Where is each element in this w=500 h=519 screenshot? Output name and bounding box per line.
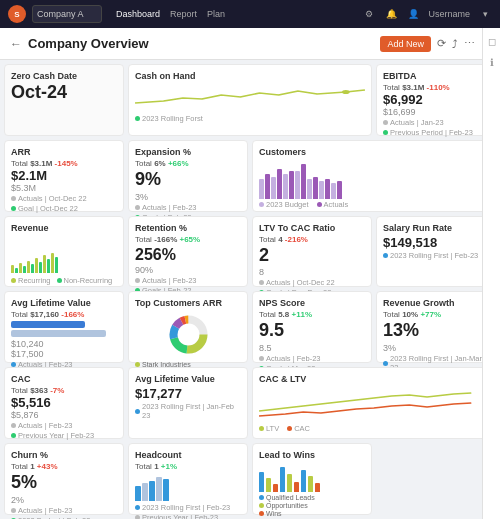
top-customers-card: Top Customers ARR Stark Industries [128, 291, 248, 363]
retention-card: Retention % Total -166% +65% 256% 90% Ac… [128, 216, 248, 288]
ltv-cac-value: 2 [259, 246, 365, 266]
grid-area: Zero Cash Date Oct-24 Cash on Hand 2023 … [0, 60, 500, 519]
churn-value: 5% [11, 473, 117, 493]
headcount-card: Headcount Total 1 +1% 2023 Rolling First… [128, 443, 248, 515]
cash-title: Cash on Hand [135, 71, 365, 81]
user-icon[interactable]: 👤 [406, 7, 420, 21]
retention-sub: 90% [135, 265, 241, 275]
avg-lv-value: $17,277 [135, 386, 241, 401]
ebitda-card: EBITDA Total $3.1M -110% $6,992 $16,699 … [376, 64, 496, 136]
avg-lt-title: Avg Lifetime Value [11, 298, 117, 308]
nps-value: 9.5 [259, 321, 365, 341]
ebitda-total-label: Total $3.1M -110% [383, 83, 489, 92]
cash-spark-chart [135, 83, 365, 111]
page-title: Company Overview [28, 36, 380, 51]
header-actions: Add New ⟳ ⤴ ⋯ ⤢ [380, 36, 490, 52]
expansion-value: 9% [135, 170, 241, 190]
cac-ltv-title: CAC & LTV [259, 374, 489, 384]
right-sidebar: ◻ ℹ [482, 28, 500, 519]
revenue-card: Revenue Recurring Non [4, 216, 124, 288]
nps-title: NPS Score [259, 298, 365, 308]
lead-wins-card: Lead to Wins Qualified Leads Opportuniti… [252, 443, 372, 515]
back-button[interactable]: ← [10, 37, 22, 51]
cac-title: CAC [11, 374, 117, 384]
expansion-card: Expansion % Total 6% +66% 9% 3% Actuals … [128, 140, 248, 212]
nav-dashboard[interactable]: Dashboard [116, 9, 160, 19]
revenue-legend: Recurring Non-Recurring [11, 275, 117, 285]
top-navigation: S Dashboard Report Plan ⚙ 🔔 👤 Username ▾ [0, 0, 500, 28]
username-label: Username [428, 9, 470, 19]
refresh-icon[interactable]: ⟳ [437, 37, 446, 50]
chevron-down-icon[interactable]: ▾ [478, 7, 492, 21]
main-content: Zero Cash Date Oct-24 Cash on Hand 2023 … [0, 60, 500, 519]
top-customers-title: Top Customers ARR [135, 298, 241, 308]
arr-sub: $5.3M [11, 183, 117, 193]
avg-lt-chart [11, 321, 117, 337]
churn-card: Churn % Total 1 +43% 5% 2% Actuals | Feb… [4, 443, 124, 515]
churn-title: Churn % [11, 450, 117, 460]
nps-card: NPS Score Total 5.8 +11% 9.5 8.5 Actuals… [252, 291, 372, 363]
arr-card: ARR Total $3.1M -145% $2.1M $5.3M Actual… [4, 140, 124, 212]
avg-lv-card: Avg Lifetime Value $17,277 2023 Rolling … [128, 367, 248, 439]
avg-lv-title: Avg Lifetime Value [135, 374, 241, 384]
cac-ltv-card: CAC & LTV LTV CAC [252, 367, 496, 439]
ebitda-sub: $16,699 [383, 107, 489, 117]
cac-ltv-legend: LTV CAC [259, 423, 489, 433]
lead-wins-legend: Qualified Leads Opportunities Wins [259, 494, 365, 517]
add-new-button[interactable]: Add New [380, 36, 431, 52]
settings-icon[interactable]: ⚙ [362, 7, 376, 21]
ltv-cac-total: Total 4 -216% [259, 235, 365, 244]
nav-links: Dashboard Report Plan [116, 9, 225, 19]
ebitda-title: EBITDA [383, 71, 489, 81]
revenue-title: Revenue [11, 223, 117, 233]
arr-value: $2.1M [11, 168, 117, 183]
company-selector[interactable] [32, 5, 102, 23]
ltv-cac-card: LTV To CAC Ratio Total 4 -216% 2 8 Actua… [252, 216, 372, 288]
lead-wins-title: Lead to Wins [259, 450, 365, 460]
avg-lifetime-card: Avg Lifetime Value Total $17,160 -166% $… [4, 291, 124, 363]
ebitda-value: $6,992 [383, 92, 489, 107]
arr-meta1: Actuals | Oct-Dec 22 [11, 194, 117, 203]
expansion-title: Expansion % [135, 147, 241, 157]
dashboard-grid: Zero Cash Date Oct-24 Cash on Hand 2023 … [0, 60, 500, 519]
ltv-cac-sub: 8 [259, 267, 365, 277]
cac-ltv-chart [259, 386, 489, 421]
bell-icon[interactable]: 🔔 [384, 7, 398, 21]
cash-on-hand-card: Cash on Hand 2023 Rolling Forst [128, 64, 372, 136]
lead-wins-chart [259, 462, 365, 492]
sidebar-icon-1[interactable]: ◻ [488, 36, 496, 47]
customers-legend: 2023 Budget Actuals [259, 199, 489, 209]
revenue-chart [11, 235, 117, 273]
ebitda-meta1: Actuals | Jan-23 [383, 118, 489, 127]
zero-cash-value: Oct-24 [11, 83, 117, 103]
rev-growth-card: Revenue Growth Total 10% +77% 13% 3% 202… [376, 291, 496, 363]
nav-report[interactable]: Report [170, 9, 197, 19]
customers-chart [259, 159, 489, 199]
nav-plan[interactable]: Plan [207, 9, 225, 19]
share-icon[interactable]: ⤴ [452, 38, 458, 50]
cac-card: CAC Total $363 -7% $5,516 $5,876 Actuals… [4, 367, 124, 439]
retention-total: Total -166% +65% [135, 235, 241, 244]
cac-value: $5,516 [11, 395, 117, 410]
expansion-sub: 3% [135, 192, 241, 202]
sidebar-icon-2[interactable]: ℹ [490, 57, 494, 68]
headcount-title: Headcount [135, 450, 241, 460]
zero-cash-card: Zero Cash Date Oct-24 [4, 64, 124, 136]
retention-value: 256% [135, 246, 241, 264]
customers-title: Customers [259, 147, 489, 157]
more-icon[interactable]: ⋯ [464, 37, 475, 50]
avg-lt-total: Total $17,160 -166% [11, 310, 117, 319]
logo: S [8, 5, 26, 23]
rev-growth-title: Revenue Growth [383, 298, 489, 308]
ebitda-meta2: Previous Period | Feb-23 [383, 128, 489, 137]
salary-title: Salary Run Rate [383, 223, 489, 233]
rev-growth-value: 13% [383, 321, 489, 341]
salary-value: $149,518 [383, 235, 489, 250]
expansion-total: Total 6% +66% [135, 159, 241, 168]
expansion-meta1: Actuals | Feb-23 [135, 203, 241, 212]
nav-right: ⚙ 🔔 👤 Username ▾ [362, 7, 492, 21]
salary-run-rate-card: Salary Run Rate $149,518 2023 Rolling Fi… [376, 216, 496, 288]
zero-cash-title: Zero Cash Date [11, 71, 117, 81]
svg-point-0 [342, 90, 350, 94]
customers-card: Customers [252, 140, 496, 212]
